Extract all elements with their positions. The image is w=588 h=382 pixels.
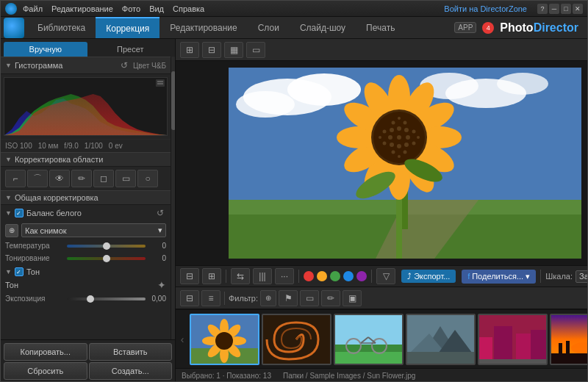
thumb-3[interactable]: [334, 314, 404, 365]
sub-tab-preset[interactable]: Пресет: [89, 42, 173, 57]
compare-btn[interactable]: ⇆: [231, 268, 250, 284]
brush-tool[interactable]: ⌒: [27, 170, 48, 187]
area-arrow: ▼: [5, 156, 12, 163]
filter-menu-btn[interactable]: ▽: [376, 268, 395, 284]
scrollbar-thumb[interactable]: [171, 71, 175, 130]
temperature-thumb[interactable]: [103, 242, 110, 250]
copy-button[interactable]: Копировать...: [4, 343, 87, 361]
lines-btn[interactable]: |||: [253, 268, 272, 284]
thumb-4[interactable]: [406, 314, 476, 365]
monitor-btn[interactable]: ▭: [246, 42, 265, 58]
color-blue[interactable]: [343, 271, 354, 281]
tab-library[interactable]: Библиотека: [27, 17, 96, 38]
wb-preset-select[interactable]: Как снимок ▾: [21, 223, 166, 237]
bottom-color-toolbar: ⊟ ⊞ ⇆ ||| ··· ▽ ⤴ Экспорт... f Поделитьс…: [176, 265, 588, 287]
filter-screen-btn[interactable]: ▣: [343, 290, 362, 306]
filter-all-btn[interactable]: ⊕: [260, 290, 276, 306]
tab-slideshow[interactable]: Слайд-шоу: [290, 17, 356, 38]
small-grid-btn[interactable]: ⊟: [180, 290, 199, 306]
tone-checkbox[interactable]: ✓: [15, 267, 24, 276]
single-view-btn[interactable]: ⊞: [180, 42, 199, 58]
menu-view[interactable]: Вид: [149, 4, 164, 13]
menu-bar: Файл Редактирование Фото Вид Справка: [23, 4, 438, 13]
thumb-1[interactable]: [190, 314, 259, 365]
export-button[interactable]: ⤴ Экспорт...: [401, 270, 456, 283]
tone-star-icon[interactable]: ✦: [157, 279, 166, 291]
tab-correction[interactable]: Коррекция: [96, 17, 159, 38]
close-button[interactable]: ✕: [573, 4, 583, 14]
wb-checkbox[interactable]: ✓: [15, 209, 24, 217]
menu-file[interactable]: Файл: [23, 4, 43, 13]
svg-point-9: [497, 73, 548, 95]
minimize-button[interactable]: ─: [549, 4, 559, 14]
circle-tool[interactable]: ○: [137, 170, 158, 187]
eraser-tool[interactable]: ◻: [93, 170, 114, 187]
create-button[interactable]: Создать...: [89, 362, 173, 380]
before-after-v-btn[interactable]: ⊞: [202, 268, 221, 284]
color-green[interactable]: [330, 271, 340, 281]
rect-tool[interactable]: ▭: [115, 170, 136, 187]
dots-btn[interactable]: ···: [275, 268, 294, 284]
scale-dropdown[interactable]: Заполнить ▾: [576, 270, 588, 283]
thumb-2[interactable]: [262, 314, 331, 365]
split-view-btn[interactable]: ⊟: [202, 42, 221, 58]
svg-point-44: [403, 121, 406, 125]
wb-label: Баланс белого: [26, 209, 151, 217]
separator1: [226, 270, 226, 283]
filter-rect-btn[interactable]: ▭: [300, 290, 319, 306]
exposure-thumb[interactable]: [87, 295, 94, 303]
panel-scrollbar[interactable]: [171, 57, 175, 339]
menu-edit[interactable]: Редактирование: [51, 4, 113, 13]
app-logo: [5, 3, 17, 15]
tab-print[interactable]: Печать: [356, 17, 405, 38]
color-red[interactable]: [304, 271, 314, 281]
menu-help[interactable]: Справка: [173, 4, 204, 13]
lasso-tool[interactable]: ⌐: [5, 170, 26, 187]
color-purple[interactable]: [356, 271, 367, 281]
svg-rect-81: [531, 330, 546, 364]
help-button[interactable]: ?: [537, 4, 548, 14]
reset-button[interactable]: Сбросить: [4, 362, 87, 380]
histogram-reset[interactable]: ↺: [118, 60, 130, 71]
thumb-5[interactable]: [478, 314, 548, 365]
tab-editing[interactable]: Редактирование: [159, 17, 247, 38]
bottom-buttons: Копировать... Вставить Сбросить Создать.…: [1, 339, 175, 382]
area-correction-header[interactable]: ▼ Корректировка области: [1, 152, 171, 167]
histogram-section-header[interactable]: ▼ Гистограмма ↺ Цвет Ч&Б: [1, 57, 171, 74]
restore-button[interactable]: □: [561, 4, 571, 14]
directorzone-link[interactable]: Войти на DirectorZone: [444, 4, 527, 13]
toning-track[interactable]: [67, 257, 146, 260]
svg-point-42: [412, 130, 415, 134]
filmstrip-prev[interactable]: ‹: [177, 334, 187, 345]
sep5: [224, 292, 225, 305]
eye-tool[interactable]: 👁: [49, 170, 70, 187]
toning-thumb[interactable]: [103, 255, 110, 262]
list-btn[interactable]: ≡: [201, 290, 220, 306]
general-correction-header[interactable]: ▼ Общая корректировка: [1, 190, 171, 205]
exposure-track[interactable]: [67, 298, 146, 300]
tone-label: Тон: [26, 267, 166, 276]
filter-flagged-btn[interactable]: ⚑: [279, 290, 298, 306]
selected-count: Выбрано: 1 · Показано: 13: [182, 372, 271, 380]
tone-header-row: ▼ ✓ Тон: [5, 264, 166, 278]
share-arrow: ▾: [526, 272, 530, 281]
toning-label: Тонирование: [5, 254, 64, 262]
color-yellow[interactable]: [317, 271, 327, 281]
menu-photo[interactable]: Фото: [122, 4, 140, 13]
grid-view-btn[interactable]: ▦: [224, 42, 243, 58]
svg-point-62: [215, 332, 233, 350]
before-after-h-btn[interactable]: ⊟: [180, 268, 199, 284]
share-button[interactable]: f Поделиться... ▾: [462, 270, 536, 284]
tone-sub-header: Тон ✦: [5, 278, 166, 292]
pen-tool[interactable]: ✏: [71, 170, 92, 187]
sub-tab-manual[interactable]: Вручную: [4, 42, 87, 57]
thumb-6[interactable]: [550, 314, 588, 365]
wb-reset[interactable]: ↺: [154, 207, 166, 219]
tab-layers[interactable]: Слои: [248, 17, 290, 38]
filter-pen-btn[interactable]: ✏: [321, 290, 340, 306]
temperature-track[interactable]: [67, 245, 146, 248]
wb-dropper-icon[interactable]: ⊕: [5, 224, 18, 237]
paste-button[interactable]: Вставить: [89, 343, 173, 361]
hist-mm: 10 мм: [38, 142, 59, 150]
thumb-4-image: [407, 315, 474, 364]
